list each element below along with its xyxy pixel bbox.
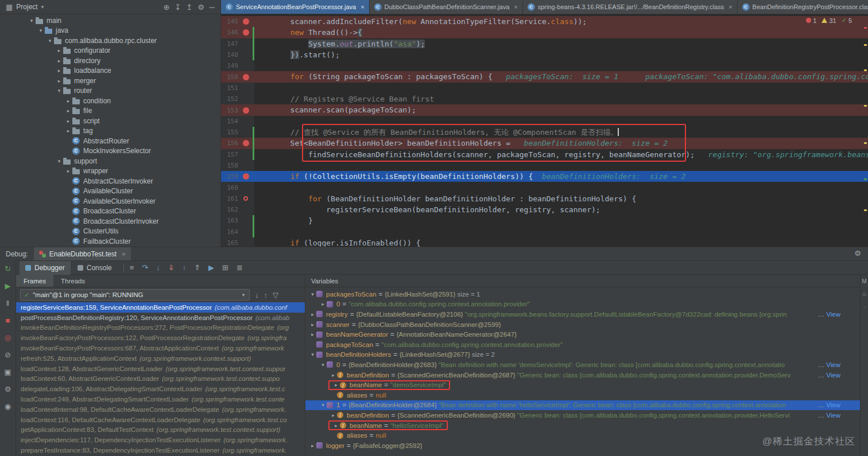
tab-debugger[interactable]: Debugger bbox=[20, 261, 71, 275]
view-link[interactable]: … View bbox=[815, 361, 840, 368]
variable-row[interactable]: ▸0="com.alibaba.dubbo.config.spring.cont… bbox=[305, 299, 860, 310]
code-line[interactable]: 155 // 查找 @Service 的所有 BeanDefinitionHol… bbox=[221, 127, 868, 138]
chevron-down-icon[interactable]: ▾ bbox=[319, 402, 327, 408]
tree-item[interactable]: ▸file bbox=[0, 106, 220, 116]
tree-item[interactable]: ▾router bbox=[0, 86, 220, 96]
gutter-cell[interactable]: 147 bbox=[221, 38, 254, 49]
tree-item[interactable]: CAbstractRouter bbox=[0, 136, 220, 146]
code-line[interactable]: 158 bbox=[221, 160, 868, 171]
gutter-cell[interactable]: 161 bbox=[221, 193, 254, 204]
tree-item[interactable]: CBroadcastClusterInvoker bbox=[0, 216, 220, 227]
thread-dump-icon[interactable]: ▣ bbox=[4, 368, 11, 376]
tab-frames[interactable]: Frames bbox=[16, 275, 53, 287]
layout-settings-icon[interactable]: ≣ bbox=[237, 264, 243, 271]
breakpoint-icon[interactable] bbox=[238, 74, 253, 80]
run-to-cursor-icon[interactable]: ▶ bbox=[208, 264, 214, 271]
gutter-cell[interactable]: 151 bbox=[221, 83, 254, 93]
tree-item[interactable]: ▸condition bbox=[0, 96, 220, 106]
tree-item[interactable]: ▸tag bbox=[0, 126, 220, 137]
stack-frame[interactable]: getApplicationContext:83, DefaultTestCon… bbox=[16, 425, 305, 435]
tree-item[interactable]: ▾support bbox=[0, 156, 220, 166]
code-line[interactable]: 162 registerServiceBean(beanDefinitionHo… bbox=[221, 204, 868, 215]
chevron-down-icon[interactable]: ▾ bbox=[309, 352, 316, 357]
view-breakpoints-icon[interactable]: ◎ bbox=[5, 334, 11, 341]
gutter-cell[interactable]: 146 bbox=[221, 27, 254, 38]
thread-selector[interactable]: ✓ "main"@1 in group "main": RUNNING ▼ bbox=[20, 289, 250, 301]
variable-row[interactable]: packageToScan="com.alibaba.dubbo.config.… bbox=[305, 340, 860, 350]
gutter-cell[interactable]: 163 bbox=[221, 215, 254, 226]
tab-console[interactable]: Console bbox=[72, 261, 118, 275]
variable-row[interactable]: ▸scanner={DubboClassPathBeanDefinitionSc… bbox=[305, 319, 860, 330]
hide-panel-icon[interactable]: ─ bbox=[210, 3, 215, 11]
variable-row[interactable]: ▸fbeanName="demoServiceImpl" bbox=[305, 380, 860, 390]
code-line[interactable]: 151 bbox=[221, 83, 868, 93]
gutter-cell[interactable]: 148 bbox=[221, 49, 254, 60]
chevron-down-icon[interactable]: ▾ bbox=[319, 362, 327, 368]
expand-all-icon[interactable]: ↧ bbox=[175, 3, 181, 11]
breakpoint-icon[interactable] bbox=[238, 140, 253, 146]
tree-item[interactable]: ▸configurator bbox=[0, 46, 220, 56]
tree-item[interactable]: CAvailableCluster bbox=[0, 186, 220, 197]
close-icon[interactable]: × bbox=[122, 251, 125, 258]
tree-item[interactable]: ▸directory bbox=[0, 56, 220, 66]
project-view-icon[interactable]: ▦ bbox=[6, 3, 13, 11]
variable-row[interactable]: ▸beanNameGenerator={AnnotationBeanNameGe… bbox=[305, 329, 860, 340]
breakpoint-icon[interactable] bbox=[238, 196, 253, 201]
view-link[interactable]: … View bbox=[815, 311, 840, 318]
filter-icon[interactable]: ▽ bbox=[273, 291, 278, 299]
chevron-right-icon[interactable]: ▸ bbox=[64, 98, 72, 104]
gutter-cell[interactable]: 165 bbox=[221, 237, 254, 247]
evaluate-expression-icon[interactable]: ⊞ bbox=[222, 264, 228, 271]
code-line[interactable]: 157 findServiceBeanDefinitionHolders(sca… bbox=[221, 149, 868, 160]
editor-tab[interactable]: CBeanDefinitionRegistryPostProcessor.cla… bbox=[738, 0, 868, 14]
tree-item[interactable]: ▸script bbox=[0, 116, 220, 126]
chevron-right-icon[interactable]: ▸ bbox=[319, 301, 327, 307]
stack-frame[interactable]: loadContextInternal:98, DefaultCacheAwar… bbox=[16, 404, 305, 415]
code-line[interactable]: 149 bbox=[221, 60, 868, 71]
settings-gear-icon[interactable]: ⚙ bbox=[854, 250, 861, 257]
chevron-right-icon[interactable]: ▸ bbox=[330, 372, 337, 378]
chevron-down-icon[interactable]: ▾ bbox=[55, 158, 63, 164]
error-stripe[interactable] bbox=[864, 25, 867, 247]
close-icon[interactable]: × bbox=[514, 3, 517, 10]
gutter-cell[interactable]: 150 bbox=[221, 71, 254, 82]
scope-icon[interactable]: ⊕ bbox=[163, 3, 169, 11]
settings-icon[interactable]: ⚙ bbox=[197, 3, 204, 11]
chevron-right-icon[interactable]: ▸ bbox=[64, 168, 72, 174]
code-line[interactable]: 163 } bbox=[221, 215, 868, 226]
code-line[interactable]: 150 for (String packageToScan : packages… bbox=[221, 71, 868, 82]
chevron-right-icon[interactable]: ▸ bbox=[309, 443, 316, 449]
chevron-right-icon[interactable]: ▸ bbox=[64, 108, 72, 114]
view-link[interactable]: … View bbox=[815, 402, 840, 408]
tree-item[interactable]: ▸wrapper bbox=[0, 166, 220, 177]
stack-frame[interactable]: loadContext:116, DefaultCacheAwareContex… bbox=[16, 415, 305, 425]
chevron-right-icon[interactable]: ▸ bbox=[332, 423, 340, 428]
collapse-all-icon[interactable]: ↥ bbox=[186, 3, 192, 11]
gutter-cell[interactable]: 152 bbox=[221, 93, 254, 104]
chevron-down-icon[interactable]: ▾ bbox=[309, 291, 316, 297]
code-line[interactable]: 154 bbox=[221, 116, 868, 127]
gutter-cell[interactable]: 158 bbox=[221, 160, 254, 171]
chevron-right-icon[interactable]: ▸ bbox=[64, 128, 72, 134]
code-line[interactable]: 145 scanner.addIncludeFilter(new Annotat… bbox=[221, 16, 868, 27]
gutter-cell[interactable]: 164 bbox=[221, 227, 254, 237]
stack-frame[interactable]: refresh:525, AbstractApplicationContext(… bbox=[16, 353, 305, 364]
variable-row[interactable]: ▾packagesToScan={LinkedHashSet@2591} siz… bbox=[305, 289, 860, 299]
chevron-down-icon[interactable]: ▾ bbox=[55, 88, 63, 93]
breakpoint-icon[interactable] bbox=[238, 29, 253, 36]
code-line[interactable]: 148 }).start(); bbox=[221, 49, 868, 60]
gutter-cell[interactable]: 145 bbox=[221, 16, 254, 27]
step-into-icon[interactable]: ↓ bbox=[156, 264, 160, 271]
chevron-right-icon[interactable]: ▸ bbox=[309, 311, 316, 317]
variable-row[interactable]: ▸fbeanDefinition={ScannedGenericBeanDefi… bbox=[305, 410, 860, 420]
stack-frame[interactable]: loadContext:249, AbstractDelegatingSmart… bbox=[16, 394, 305, 404]
code-line[interactable]: 159 if (!CollectionUtils.isEmpty(beanDef… bbox=[221, 171, 868, 182]
focus-down-icon[interactable]: ↓ bbox=[255, 291, 259, 299]
code-line[interactable]: 165 if (logger.isInfoEnabled()) { bbox=[221, 237, 868, 247]
tree-item[interactable]: ▸merger bbox=[0, 76, 220, 86]
code-line[interactable]: 160 bbox=[221, 182, 868, 193]
tree-item[interactable]: ▾java bbox=[0, 26, 220, 36]
chevron-right-icon[interactable]: ▸ bbox=[330, 412, 337, 418]
gutter-cell[interactable]: 162 bbox=[221, 204, 254, 215]
breakpoint-icon[interactable] bbox=[238, 18, 253, 25]
